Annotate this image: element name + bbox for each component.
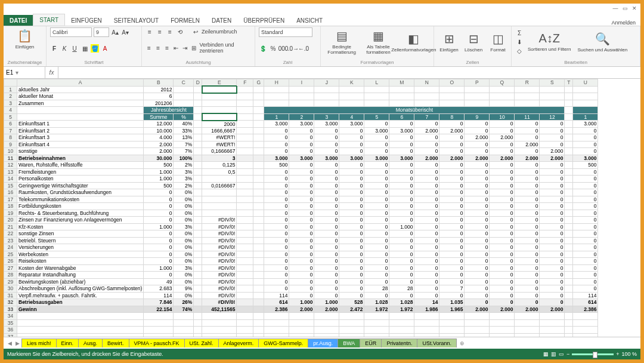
dec-decimal-button[interactable]: ←.0 (299, 44, 308, 53)
cell[interactable]: Waren, Rohstoffe, Hilfsstoffe (17, 162, 144, 169)
currency-button[interactable]: 💲 (259, 44, 267, 53)
sort-filter-button[interactable]: A↕ZSortieren und Filtern (525, 30, 573, 53)
zoom-out-button[interactable]: − (566, 351, 569, 357)
row-header[interactable]: 8 (4, 134, 17, 141)
col-header[interactable]: P (465, 79, 490, 87)
row-header[interactable]: 31 (4, 292, 17, 299)
sign-in-link[interactable]: Anmelden (606, 20, 640, 26)
row-header[interactable]: 27 (4, 264, 17, 272)
row-header[interactable]: 13 (4, 168, 17, 176)
align-left-button[interactable]: ≡ (145, 44, 153, 52)
col-header[interactable]: I (289, 79, 314, 87)
col-header[interactable]: N (414, 79, 439, 87)
cell[interactable] (17, 113, 144, 121)
align-right-button[interactable]: ≡ (163, 44, 171, 52)
cell[interactable]: Fortbildungskosten (17, 203, 144, 210)
col-header[interactable]: C (174, 79, 194, 87)
col-header[interactable]: K (339, 79, 364, 87)
cell[interactable]: aktueller Monat (17, 93, 144, 100)
tab-view[interactable]: ANSICHT (290, 15, 329, 26)
zoom-level[interactable]: 100 % (621, 351, 637, 357)
fill-color-button[interactable]: 🪣 (91, 44, 99, 53)
sheet-tab[interactable]: USt. Zahl. (184, 339, 219, 347)
row-header[interactable]: 30 (4, 285, 17, 293)
col-header[interactable]: D (194, 79, 202, 87)
find-select-button[interactable]: 🔍Suchen und Auswählen (575, 30, 630, 54)
cell[interactable]: Personalkosten (17, 176, 144, 183)
clear-button[interactable]: ◇ (515, 47, 524, 55)
format-cells-button[interactable]: ◫Format (487, 30, 509, 54)
conditional-formatting-button[interactable]: ▤Bedingte Formatierung (324, 27, 359, 56)
cell[interactable]: Zusammen (17, 100, 144, 107)
row-header[interactable]: 35 (4, 319, 17, 327)
cell[interactable]: Geringwertige Wirtschaftsgüter (17, 182, 144, 189)
row-header[interactable]: 9 (4, 141, 17, 148)
row-header[interactable]: 24 (4, 244, 17, 251)
orientation-button[interactable]: ⟲ (176, 27, 184, 36)
row-header[interactable]: 22 (4, 230, 17, 238)
sheet-tab[interactable]: Bewirt. (102, 339, 129, 347)
row-header[interactable]: 34 (4, 313, 17, 320)
col-header[interactable]: H (264, 79, 289, 87)
zoom-slider[interactable] (572, 353, 614, 355)
fill-button[interactable]: ⬇ (515, 38, 524, 46)
col-header[interactable]: R (515, 79, 540, 87)
close-button[interactable]: ✕ (630, 5, 639, 11)
cell[interactable]: Reparatur Instandhaltung (17, 272, 144, 279)
row-header[interactable]: 32 (4, 299, 17, 306)
row-header[interactable]: 20 (4, 217, 17, 224)
cell[interactable]: Einkunftsart 1 (17, 121, 144, 128)
cell[interactable]: Betriebseinnahmen (17, 155, 144, 162)
minimize-button[interactable]: — (611, 5, 620, 11)
cell[interactable]: Rechts- & Steuerberatung, Buchführung (17, 210, 144, 217)
tab-data[interactable]: DATEN (206, 15, 237, 26)
row-header[interactable]: 28 (4, 272, 17, 279)
cell[interactable]: Raumkosten, Grundstücksaufwendungen (17, 189, 144, 196)
shrink-font-button[interactable]: A▾ (121, 28, 129, 36)
cell[interactable]: Abschreibungen (inkl. Auflösung GWG-Samm… (17, 285, 144, 293)
row-header[interactable]: 37 (4, 333, 17, 337)
sheet-tab[interactable]: EÜR (360, 339, 382, 347)
row-header[interactable]: 2 (4, 93, 17, 100)
col-header[interactable]: E (202, 79, 237, 87)
sheet-nav-first[interactable]: ◀ (6, 340, 14, 346)
row-header[interactable]: 19 (4, 210, 17, 217)
new-sheet-button[interactable]: ⊕ (456, 340, 468, 346)
tab-file[interactable]: DATEI (4, 15, 33, 26)
align-center-button[interactable]: ≡ (154, 44, 162, 52)
col-header[interactable]: M (389, 79, 414, 87)
row-header[interactable]: 26 (4, 258, 17, 265)
cell-styles-button[interactable]: ◧Zellenformatvorlagen (398, 30, 430, 54)
sheet-tab[interactable]: Lies mich! (21, 339, 57, 347)
selected-cell[interactable] (202, 113, 237, 121)
col-header[interactable]: J (314, 79, 339, 87)
font-color-button[interactable]: A (101, 44, 109, 53)
cell[interactable]: Bewirtungskosten (abziehbar) (17, 278, 144, 285)
italic-button[interactable]: K (60, 44, 69, 53)
col-header[interactable]: T (565, 79, 573, 87)
zoom-in-button[interactable]: + (616, 351, 619, 357)
row-header[interactable]: 4 (4, 107, 17, 114)
col-header[interactable]: B (144, 79, 174, 87)
cell[interactable]: sonstige Zinsen (17, 230, 144, 238)
row-header[interactable]: 14 (4, 176, 17, 183)
cell[interactable]: Einkunftsart 4 (17, 141, 144, 148)
row-header[interactable]: 15 (4, 182, 17, 189)
delete-cells-button[interactable]: ⊟Löschen (462, 30, 485, 54)
cell[interactable]: Gewinn (17, 306, 144, 313)
row-header[interactable]: 33 (4, 306, 17, 313)
cell[interactable]: Zinsen zur Finanzierung von Anlagevermög… (17, 217, 144, 224)
cell[interactable] (17, 327, 144, 334)
indent-dec-button[interactable]: ⇤ (172, 44, 179, 52)
col-header[interactable]: Q (490, 79, 515, 87)
col-header[interactable]: S (540, 79, 565, 87)
cell[interactable]: Einkunftsart 2 (17, 127, 144, 134)
percent-button[interactable]: % (269, 44, 277, 53)
sheet-tab[interactable]: USt.Vorann. (417, 339, 457, 347)
row-header[interactable]: 3 (4, 100, 17, 107)
cell[interactable]: Kosten der Warenabgabe (17, 264, 144, 272)
cell[interactable]: Fremdleistungen (17, 168, 144, 176)
fx-button[interactable]: fx (45, 67, 58, 78)
insert-cells-button[interactable]: ⊞Einfügen (438, 30, 460, 54)
tab-page-layout[interactable]: SEITENLAYOUT (108, 15, 165, 26)
